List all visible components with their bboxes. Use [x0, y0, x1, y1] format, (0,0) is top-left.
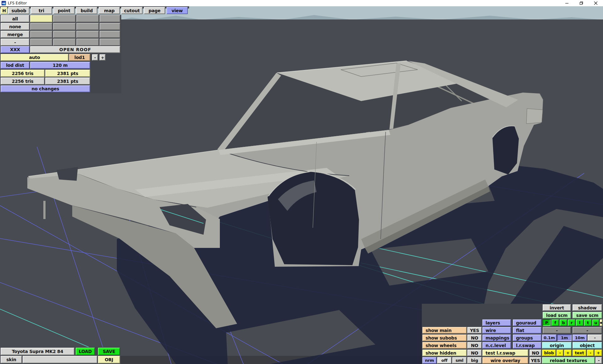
dash-button[interactable]: -: [1, 39, 30, 46]
tab-tri[interactable]: tri: [31, 7, 52, 14]
subob-cell[interactable]: [53, 15, 76, 22]
test-lr-swap-button[interactable]: test l.r.swap: [482, 350, 528, 356]
grid-0-1m-button[interactable]: 0.1m: [542, 335, 557, 341]
layer-key-f[interactable]: f: [551, 319, 559, 326]
layers-button[interactable]: layers: [482, 319, 511, 326]
lod-auto-button[interactable]: auto: [1, 54, 68, 61]
show-subobs-label[interactable]: show subobs: [422, 335, 467, 341]
close-button[interactable]: [589, 0, 603, 6]
test-lr-swap-toggle[interactable]: NO: [530, 350, 541, 356]
subob-cell[interactable]: [76, 31, 99, 38]
subob-cell[interactable]: [100, 39, 120, 46]
dash-option-1[interactable]: -: [543, 327, 571, 334]
show-hidden-toggle[interactable]: NO: [467, 350, 482, 356]
tab-subob[interactable]: subob: [8, 7, 30, 14]
reload-textures-button[interactable]: reload textures: [542, 357, 595, 364]
wire-button[interactable]: wire: [482, 327, 511, 334]
grid-10m-button[interactable]: 10m: [573, 335, 587, 341]
subob-cell[interactable]: [53, 39, 76, 46]
nrm-off-button[interactable]: off: [437, 357, 452, 364]
tab-cutout[interactable]: cutout: [121, 7, 143, 14]
tab-build[interactable]: build: [76, 7, 97, 14]
subobject-name-button[interactable]: OPEN ROOF: [30, 46, 120, 53]
front-strut: [43, 201, 46, 219]
minimize-button[interactable]: [560, 0, 574, 6]
blob-plus-button[interactable]: +: [564, 350, 572, 356]
layer-key-r[interactable]: r: [568, 319, 575, 326]
groups-button[interactable]: groups: [513, 335, 541, 341]
text-plus-button[interactable]: +: [595, 350, 602, 356]
subob-cell[interactable]: [76, 15, 99, 22]
show-main-toggle[interactable]: YES: [467, 327, 482, 334]
save-scm-button[interactable]: save scm: [573, 312, 602, 318]
subob-cell-selected[interactable]: [30, 15, 52, 22]
subob-cell[interactable]: [76, 23, 99, 30]
show-subobs-toggle[interactable]: NO: [467, 335, 482, 341]
layer-key-b[interactable]: b: [560, 319, 567, 326]
title-bar: LFS Editor: [0, 0, 603, 6]
blob-minus-button[interactable]: -: [557, 350, 563, 356]
nrm-big-button[interactable]: big: [467, 357, 482, 364]
tab-map[interactable]: map: [99, 7, 120, 14]
subob-cell[interactable]: [76, 39, 99, 46]
select-all-button[interactable]: all: [1, 15, 30, 22]
subob-cell[interactable]: [53, 23, 76, 30]
lod-dist-label[interactable]: lod dist: [1, 62, 30, 69]
subob-cell[interactable]: [30, 39, 52, 46]
mappings-button[interactable]: mappings: [482, 335, 511, 341]
xxx-button[interactable]: XXX: [1, 46, 30, 53]
lod-minus-button[interactable]: -: [92, 54, 98, 61]
invert-button[interactable]: invert: [543, 304, 571, 311]
layer-key-u[interactable]: u: [592, 319, 599, 326]
nc-level-button[interactable]: n.c.level: [482, 342, 511, 349]
subob-cell[interactable]: [100, 15, 120, 22]
show-wheels-label[interactable]: show wheels: [422, 342, 467, 349]
layer-key-t[interactable]: t: [584, 319, 592, 326]
load-button[interactable]: LOAD: [76, 348, 95, 355]
model-name-button[interactable]: Toyota Supra MK2 84: [1, 348, 74, 355]
obj-button[interactable]: OBJ: [98, 356, 120, 363]
nrm-sml-button[interactable]: sml: [452, 357, 467, 364]
skin-button[interactable]: skin: [1, 356, 22, 363]
reload-dash-button[interactable]: -: [595, 357, 602, 364]
load-scm-button[interactable]: load scm: [543, 312, 571, 318]
grid-1m-button[interactable]: 1m: [557, 335, 572, 341]
layer-key-l[interactable]: l: [576, 319, 584, 326]
nrm-label[interactable]: nrm: [422, 357, 437, 364]
layer-dot-button[interactable]: ●: [600, 319, 602, 326]
subob-cell[interactable]: [30, 23, 52, 30]
text-button[interactable]: text: [573, 350, 586, 356]
lod-current-button[interactable]: lod1: [69, 54, 90, 61]
lr-swap-button[interactable]: l.r.swap: [513, 342, 541, 349]
show-main-label[interactable]: show main: [422, 327, 467, 334]
skin-name-field[interactable]: [23, 356, 97, 363]
tab-page[interactable]: page: [144, 7, 165, 14]
show-wheels-toggle[interactable]: NO: [467, 342, 482, 349]
save-button[interactable]: SAVE: [98, 348, 120, 355]
dash-option-2[interactable]: -: [573, 327, 602, 334]
subob-cell[interactable]: [53, 31, 76, 38]
merge-button[interactable]: merge: [1, 31, 30, 38]
object-button[interactable]: object: [573, 342, 602, 349]
tab-view[interactable]: view: [166, 7, 188, 14]
layer-key-P[interactable]: P: [543, 319, 551, 326]
gouraud-button[interactable]: gouraud: [513, 319, 541, 326]
grid-dash-button[interactable]: -: [588, 335, 602, 341]
wire-overlay-toggle[interactable]: YES: [530, 357, 541, 364]
text-minus-button[interactable]: -: [587, 350, 594, 356]
show-hidden-label[interactable]: show hidden: [422, 350, 467, 356]
origin-button[interactable]: origin: [542, 342, 572, 349]
wire-overlay-label[interactable]: wire overlay: [482, 357, 528, 364]
subob-cell[interactable]: [100, 23, 120, 30]
select-none-button[interactable]: none: [1, 23, 30, 30]
subob-cell[interactable]: [30, 31, 52, 38]
lod-plus-button[interactable]: +: [100, 54, 106, 61]
shadow-button[interactable]: shadow: [573, 304, 602, 311]
lod-dist-value[interactable]: 120 m: [30, 62, 90, 69]
subob-cell[interactable]: [100, 31, 120, 38]
restore-button[interactable]: [574, 0, 589, 6]
blob-button[interactable]: blob: [542, 350, 556, 356]
tab-h[interactable]: H: [1, 7, 8, 14]
flat-button[interactable]: flat: [513, 327, 541, 334]
tab-point[interactable]: point: [53, 7, 75, 14]
